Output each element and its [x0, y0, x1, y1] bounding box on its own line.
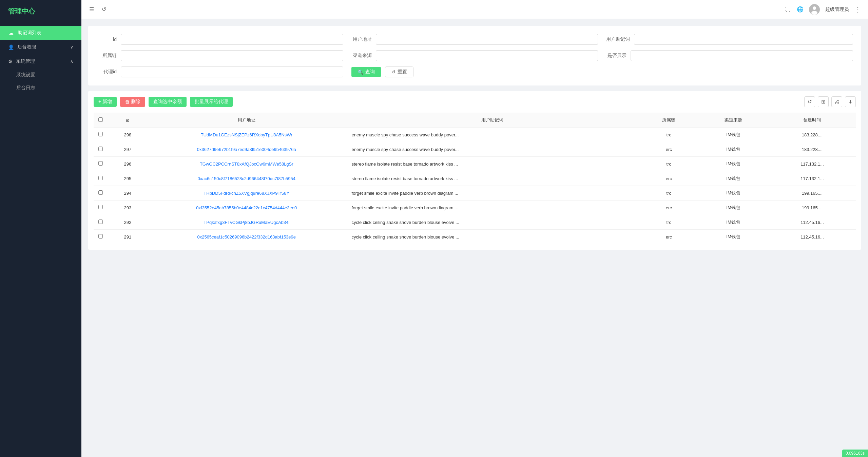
- filter-label-channel: 渠道来源: [351, 53, 372, 59]
- sidebar-item-label: 后台权限: [17, 44, 36, 50]
- row-chain: trc: [640, 215, 698, 230]
- table-refresh-button[interactable]: ↺: [804, 96, 815, 107]
- row-mnemonic: stereo flame isolate resist base tornado…: [345, 157, 640, 171]
- admin-name-label: 超级管理员: [825, 6, 849, 13]
- table-row: 296 TGwGC2PCCrnST8xAfQJocGw6mMWe58LgSr s…: [94, 157, 856, 171]
- sidebar-item-label: 系统管理: [16, 58, 35, 64]
- filter-row-channel: 渠道来源: [351, 50, 598, 61]
- table-row: 295 0xac6c150c8f7186528c2d966448f70dc7f8…: [94, 171, 856, 186]
- table-col-created: 创建时间: [769, 113, 856, 128]
- row-created: 183.228....: [769, 142, 856, 157]
- row-checkbox-cell: [94, 215, 107, 230]
- filter-row-user-address: 用户地址: [351, 34, 598, 45]
- row-id: 291: [107, 230, 148, 244]
- globe-icon[interactable]: 🌐: [797, 6, 804, 13]
- row-address: 0xf3552e45ab7855b0e4484c22c1c4754d444e3e…: [148, 201, 345, 215]
- row-checkbox[interactable]: [98, 234, 103, 239]
- row-chain: trc: [640, 157, 698, 171]
- filter-input-show-status[interactable]: [631, 50, 853, 61]
- row-checkbox[interactable]: [98, 220, 103, 224]
- row-mnemonic: cycle click ceiling snake shove burden b…: [345, 230, 640, 244]
- row-address: TGwGC2PCCrnST8xAfQJocGw6mMWe58LgSr: [148, 157, 345, 171]
- address-link[interactable]: TUdMDu1GEzsNSjZEPz6RXobyTpU8A5NsWr: [201, 132, 292, 137]
- row-checkbox[interactable]: [98, 161, 103, 166]
- select-all-checkbox[interactable]: [98, 117, 103, 122]
- table-print-button[interactable]: 🖨: [831, 96, 842, 107]
- table-row: 294 THbDD5FdRkchZ5XVgjq9re68XJXP9Tf58Y f…: [94, 186, 856, 201]
- filter-input-id[interactable]: [121, 34, 343, 45]
- row-created: 183.228....: [769, 128, 856, 142]
- filter-label-agent-id: 代理id: [96, 69, 117, 75]
- table-col-id: id: [107, 113, 148, 128]
- row-id: 293: [107, 201, 148, 215]
- address-link[interactable]: THbDD5FdRkchZ5XVgjq9re68XJXP9Tf58Y: [204, 191, 289, 196]
- sidebar-item-backend-permissions[interactable]: 👤 后台权限 ∨: [0, 40, 81, 54]
- add-button[interactable]: + 新增: [94, 97, 117, 107]
- table-col-mnemonic: 用户助记词: [345, 113, 640, 128]
- row-chain: trc: [640, 186, 698, 201]
- refresh-icon[interactable]: ↺: [100, 6, 107, 13]
- reset-button[interactable]: ↺ 重置: [385, 66, 413, 77]
- row-mnemonic: enemy muscle spy chase success wave budd…: [345, 128, 640, 142]
- row-checkbox[interactable]: [98, 132, 103, 136]
- row-checkbox[interactable]: [98, 147, 103, 151]
- address-link[interactable]: 0x2565ceaf1c50269096b2422f332d163abf153e…: [197, 234, 296, 240]
- address-link[interactable]: 0x3627d9e672b1f9a7ed9a3ff51e004de9b46397…: [197, 147, 296, 152]
- sidebar-sub-item-backend-log[interactable]: 后台日志: [0, 81, 81, 94]
- query-balance-button[interactable]: 查询选中余额: [149, 97, 187, 107]
- svg-point-2: [811, 11, 817, 15]
- search-button[interactable]: 🔍 查询: [351, 67, 381, 77]
- row-id: 295: [107, 171, 148, 186]
- filter-input-user-address[interactable]: [376, 34, 598, 45]
- row-id: 292: [107, 215, 148, 230]
- sidebar-sub-item-label: 系统设置: [16, 72, 35, 77]
- address-link[interactable]: TGwGC2PCCrnST8xAfQJocGw6mMWe58LgSr: [200, 161, 293, 167]
- batch-show-button[interactable]: 批量展示给代理: [190, 97, 233, 107]
- more-options-icon[interactable]: ⋮: [854, 6, 861, 13]
- avatar: [809, 4, 820, 15]
- table-columns-button[interactable]: ⊞: [818, 96, 829, 107]
- filter-row-agent-id: 代理id: [96, 66, 343, 77]
- table-header-row: id 用户地址 用户助记词 所属链 渠道来源 创建时间: [94, 113, 856, 128]
- row-checkbox-cell: [94, 186, 107, 201]
- row-checkbox[interactable]: [98, 190, 103, 195]
- row-created: 112.45.16...: [769, 230, 856, 244]
- row-channel: IM钱包: [698, 201, 769, 215]
- row-checkbox[interactable]: [98, 176, 103, 180]
- sidebar-sub-item-system-settings[interactable]: 系统设置: [0, 69, 81, 81]
- fullscreen-icon[interactable]: ⛶: [785, 6, 791, 13]
- row-checkbox[interactable]: [98, 205, 103, 209]
- row-channel: IM钱包: [698, 215, 769, 230]
- row-id: 296: [107, 157, 148, 171]
- address-link[interactable]: 0xf3552e45ab7855b0e4484c22c1c4754d444e3e…: [196, 205, 297, 210]
- sidebar-item-system-management[interactable]: ⚙ 系统管理 ∧: [0, 54, 81, 69]
- row-created: 117.132.1...: [769, 157, 856, 171]
- sidebar-menu: ☁ 助记词列表 👤 后台权限 ∨ ⚙ 系统管理 ∧ 系统设置 后台日志: [0, 23, 81, 457]
- filter-label-user-address: 用户地址: [351, 36, 372, 42]
- address-link[interactable]: TPqkafxg3FTvCGkPj8bJGRuMaEUgcAb34i: [204, 220, 289, 225]
- filter-input-channel[interactable]: [376, 50, 598, 61]
- address-link[interactable]: 0xac6c150c8f7186528c2d966448f70dc7f87b59…: [198, 176, 295, 181]
- row-created: 117.132.1...: [769, 171, 856, 186]
- filter-input-user-mnemonic[interactable]: [634, 34, 853, 45]
- row-channel: IM钱包: [698, 230, 769, 244]
- filter-label-show-status: 是否展示: [606, 53, 626, 59]
- table-export-button[interactable]: ⬇: [845, 96, 856, 107]
- svg-point-1: [813, 6, 816, 10]
- row-address: TPqkafxg3FTvCGkPj8bJGRuMaEUgcAb34i: [148, 215, 345, 230]
- filter-card: id 用户地址 用户助记词 所属链 渠道来源: [88, 26, 861, 85]
- menu-toggle-icon[interactable]: ☰: [88, 6, 95, 13]
- delete-button[interactable]: 🗑 删除: [120, 97, 145, 107]
- row-created: 112.45.16...: [769, 215, 856, 230]
- table-card: + 新增 🗑 删除 查询选中余额 批量展示给代理 ↺ ⊞ 🖨 ⬇: [88, 91, 861, 250]
- row-address: TUdMDu1GEzsNSjZEPz6RXobyTpU8A5NsWr: [148, 128, 345, 142]
- sidebar-item-mnemonic-list[interactable]: ☁ 助记词列表: [0, 26, 81, 40]
- table-col-address: 用户地址: [148, 113, 345, 128]
- filter-input-agent-id[interactable]: [121, 66, 343, 77]
- row-mnemonic: stereo flame isolate resist base tornado…: [345, 171, 640, 186]
- filter-label-user-mnemonic: 用户助记词: [606, 36, 630, 42]
- row-checkbox-cell: [94, 142, 107, 157]
- filter-input-chain[interactable]: [121, 50, 343, 61]
- chevron-up-icon: ∧: [70, 59, 73, 64]
- row-id: 297: [107, 142, 148, 157]
